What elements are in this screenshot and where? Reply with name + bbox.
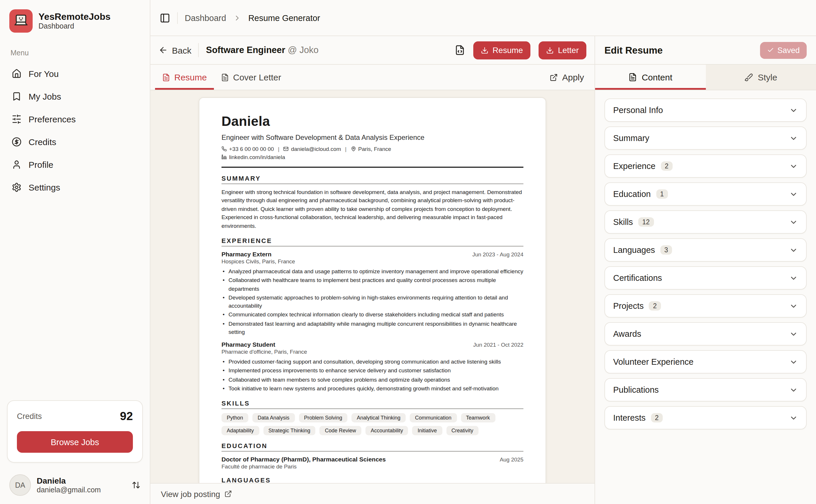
section-label: Awards — [613, 329, 641, 339]
brand-name: YesRemoteJobs — [38, 12, 110, 22]
section-card-awards[interactable]: Awards — [605, 322, 807, 346]
section-count-badge: 2 — [651, 413, 663, 422]
section-label: Experience — [613, 161, 655, 171]
separator — [345, 146, 346, 152]
document-footer: View job posting — [150, 483, 595, 504]
sidebar-item-for-you[interactable]: For You — [7, 63, 143, 84]
job-company-text: @ Joko — [288, 45, 319, 55]
section-card-summary[interactable]: Summary — [605, 126, 807, 150]
section-label: Interests — [613, 413, 646, 422]
divider — [198, 43, 199, 57]
sidebar-item-preferences[interactable]: Preferences — [7, 108, 143, 130]
apply-link[interactable]: Apply — [544, 65, 590, 90]
user-menu[interactable]: DA Daniela daniela@gmail.com — [7, 472, 143, 497]
external-link-icon — [224, 490, 232, 498]
sidebar-item-my-jobs[interactable]: My Jobs — [7, 86, 143, 107]
tab-style[interactable]: Style — [706, 65, 816, 90]
sidebar-item-credits[interactable]: Credits — [7, 131, 143, 153]
experience-entry: Pharmacy Student Jun 2021 - Oct 2022 Pha… — [221, 341, 524, 393]
section-label: Certifications — [613, 273, 662, 283]
section-card-skills[interactable]: Skills12 — [605, 210, 807, 234]
tab-content[interactable]: Content — [595, 65, 706, 90]
skill-pill: Creativity — [446, 426, 479, 435]
education-dates: Aug 2025 — [500, 456, 524, 463]
contact-linkedin-text: linkedin.com/in/daniela — [229, 154, 285, 160]
view-job-posting-link[interactable]: View job posting — [161, 489, 232, 498]
file-text-icon — [221, 73, 229, 81]
section-count-badge: 12 — [638, 217, 654, 227]
skill-pill: Code Review — [320, 426, 361, 435]
job-bullet-list: Provided customer-facing support and con… — [221, 358, 524, 393]
section-heading-languages: LANGUAGES — [221, 477, 524, 483]
chevron-down-icon — [789, 329, 798, 338]
summary-text: Engineer with strong technical foundatio… — [221, 188, 524, 230]
external-link-icon — [550, 73, 558, 81]
breadcrumb-dashboard[interactable]: Dashboard — [185, 13, 226, 22]
sidebar-item-profile[interactable]: Profile — [7, 154, 143, 175]
chevron-down-icon — [789, 246, 798, 254]
back-button[interactable]: Back — [158, 45, 191, 55]
section-count-badge: 3 — [660, 245, 672, 255]
section-label: Languages — [613, 245, 655, 255]
job-title: Software Engineer @ Joko — [206, 45, 318, 55]
brand[interactable]: YesRemoteJobs Dashboard — [7, 8, 143, 34]
chevron-down-icon — [789, 302, 798, 310]
document-toolbar: Back Software Engineer @ Joko Resume — [150, 36, 595, 65]
breadcrumb-resume-generator: Resume Generator — [248, 13, 320, 22]
section-heading-skills: SKILLS — [221, 400, 524, 409]
chevron-down-icon — [789, 134, 798, 142]
phone-icon — [221, 146, 227, 151]
job-entry-dates: Jun 2021 - Oct 2022 — [473, 341, 524, 348]
section-count-badge: 1 — [656, 189, 668, 199]
download-letter-button[interactable]: Letter — [539, 41, 586, 59]
sidebar-toggle-icon[interactable] — [160, 13, 170, 23]
sidebar-item-label: Preferences — [29, 114, 76, 124]
edit-panel-title: Edit Resume — [605, 45, 663, 56]
section-card-projects[interactable]: Projects2 — [605, 294, 807, 318]
linkedin-icon — [221, 154, 227, 160]
sliders-icon — [12, 114, 22, 124]
file-code-icon[interactable] — [455, 45, 465, 55]
resume-contact-row: +33 6 00 00 00 00 daniela@icloud.com Par… — [221, 146, 524, 152]
document-tabs: Resume Cover Letter Apply — [150, 65, 595, 90]
job-bullet: Provided customer-facing support and con… — [221, 358, 524, 366]
saved-button[interactable]: Saved — [760, 42, 807, 59]
chevron-down-icon — [789, 162, 798, 170]
chevron-down-icon — [789, 385, 798, 394]
section-card-interests[interactable]: Interests2 — [605, 406, 807, 429]
skill-pill: Teamwork — [461, 413, 495, 422]
section-card-personal-info[interactable]: Personal Info — [605, 98, 807, 122]
section-card-publications[interactable]: Publications — [605, 378, 807, 401]
section-label: Education — [613, 189, 651, 199]
job-bullet: Communicated complex technical informati… — [221, 311, 524, 319]
sidebar-item-label: Settings — [29, 182, 60, 192]
menu-section-label: Menu — [10, 49, 139, 57]
credits-label: Credits — [17, 412, 42, 421]
chevron-down-icon — [789, 357, 798, 366]
section-card-volunteer-experience[interactable]: Volunteer Experience — [605, 350, 807, 373]
skill-pill: Communication — [410, 413, 457, 422]
section-card-certifications[interactable]: Certifications — [605, 266, 807, 290]
chevron-down-icon — [789, 413, 798, 422]
sidebar-item-settings[interactable]: Settings — [7, 177, 143, 198]
tab-cover-letter[interactable]: Cover Letter — [214, 65, 288, 90]
job-entry-company: Hospices Civils, Paris, France — [221, 258, 524, 265]
section-card-languages[interactable]: Languages3 — [605, 238, 807, 262]
resume-tagline: Engineer with Software Development & Dat… — [221, 133, 524, 142]
browse-jobs-button[interactable]: Browse Jobs — [17, 431, 133, 453]
download-resume-button[interactable]: Resume — [473, 41, 531, 59]
section-label: Projects — [613, 301, 644, 311]
job-bullet: Collaborated with team members to solve … — [221, 376, 524, 384]
skill-pill: Problem Solving — [299, 413, 347, 422]
sidebar-item-label: Credits — [29, 137, 56, 147]
experience-entry: Pharmacy Extern Jun 2023 - Aug 2024 Hosp… — [221, 251, 524, 336]
tab-style-label: Style — [758, 72, 777, 82]
bookmark-icon — [12, 91, 22, 101]
section-card-education[interactable]: Education1 — [605, 182, 807, 206]
section-card-experience[interactable]: Experience2 — [605, 154, 807, 178]
tab-resume[interactable]: Resume — [155, 65, 214, 90]
section-label: Personal Info — [613, 105, 663, 115]
app-root: YesRemoteJobs Dashboard Menu For You My … — [0, 0, 816, 504]
job-bullet: Took initiative to learn new systems and… — [221, 385, 524, 393]
separator — [278, 146, 279, 152]
